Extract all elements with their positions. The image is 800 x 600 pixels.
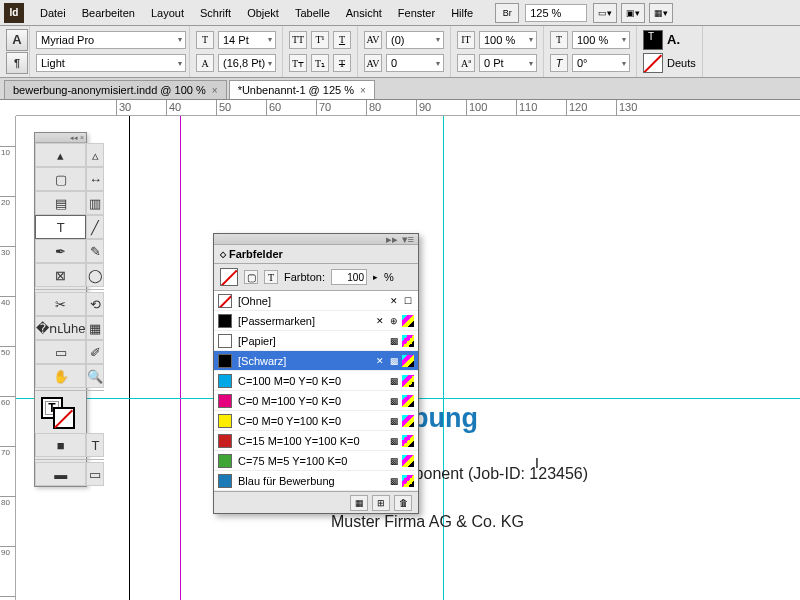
kerning-input[interactable]: (0): [386, 31, 444, 49]
container-toggle[interactable]: ▢: [244, 270, 258, 284]
swatch-row[interactable]: Blau für Bewerbung▩: [214, 471, 418, 491]
language-dropdown[interactable]: Deuts: [667, 57, 696, 69]
gradient-swatch-tool[interactable]: �ունhe: [35, 316, 86, 340]
content-collector-tool[interactable]: ▤: [35, 191, 86, 215]
leading-input[interactable]: (16,8 Pt): [218, 54, 276, 72]
stroke-color-swatch[interactable]: [643, 53, 663, 73]
superscript-button[interactable]: T¹: [311, 31, 329, 49]
baseline-icon: Aª: [457, 54, 475, 72]
view-options-icon[interactable]: ▭▾: [593, 3, 617, 23]
swatch-name: C=100 M=0 Y=0 K=0: [238, 375, 382, 387]
swatch-name: C=0 M=100 Y=0 K=0: [238, 395, 382, 407]
bridge-icon[interactable]: Br: [495, 3, 519, 23]
cmyk-icon: [402, 335, 414, 347]
normal-view-button[interactable]: ▬: [35, 462, 86, 486]
font-size-input[interactable]: 14 Pt: [218, 31, 276, 49]
vertical-ruler[interactable]: 10 20 30 40 50 60 70 80 90 00: [0, 116, 16, 600]
menu-objekt[interactable]: Objekt: [239, 7, 287, 19]
menu-fenster[interactable]: Fenster: [390, 7, 443, 19]
font-family-dropdown[interactable]: Myriad Pro: [36, 31, 186, 49]
tab-0[interactable]: bewerbung-anonymisiert.indd @ 100 %×: [4, 80, 227, 99]
line-tool[interactable]: ╱: [86, 215, 104, 239]
tint-input[interactable]: [331, 269, 367, 285]
menu-hilfe[interactable]: Hilfe: [443, 7, 481, 19]
smallcaps-button[interactable]: Tᴛ: [289, 54, 307, 72]
paragraph-mode-button[interactable]: ¶: [6, 52, 28, 74]
eyedropper-tool[interactable]: ✐: [86, 340, 104, 364]
vscale-input[interactable]: 100 %: [479, 31, 537, 49]
zoom-level[interactable]: 125 %: [525, 4, 587, 22]
allcaps-button[interactable]: TT: [289, 31, 307, 49]
menu-layout[interactable]: Layout: [143, 7, 192, 19]
skew-input[interactable]: 0°: [572, 54, 630, 72]
screen-mode-icon[interactable]: ▣▾: [621, 3, 645, 23]
swatch-name: [Ohne]: [238, 295, 382, 307]
color-mode-icon: ▩: [388, 335, 400, 347]
new-swatch-button[interactable]: ▦: [350, 495, 368, 511]
rectangle-tool[interactable]: ◯: [86, 263, 104, 287]
hand-tool[interactable]: ✋: [35, 364, 86, 388]
swatch-row[interactable]: C=0 M=0 Y=100 K=0▩: [214, 411, 418, 431]
pen-tool[interactable]: ✒: [35, 239, 86, 263]
swatch-chip: [218, 474, 232, 488]
close-icon[interactable]: ×: [360, 85, 366, 96]
swatch-row[interactable]: [Passermarken]✕⊕: [214, 311, 418, 331]
arrange-icon[interactable]: ▦▾: [649, 3, 673, 23]
panel-grip[interactable]: ◂◂ ×: [35, 133, 86, 143]
panel-header[interactable]: ▸▸▾≡: [214, 234, 418, 245]
fill-stroke-swatch[interactable]: T: [35, 393, 104, 433]
gradient-feather-tool[interactable]: ▦: [86, 316, 104, 340]
tools-panel[interactable]: ◂◂ × ▴ ▵ ▢ ↔ ▤ ▥ T ╱ ✒ ✎ ⊠ ◯ ✂ ⟲ �ունhe …: [34, 132, 87, 487]
menu-ansicht[interactable]: Ansicht: [338, 7, 390, 19]
control-bar: A ¶ Myriad Pro Light T14 Pt A(16,8 Pt) T…: [0, 26, 800, 78]
horizontal-ruler[interactable]: 30 40 50 60 70 80 90 100 110 120 130: [16, 100, 800, 116]
pencil-tool[interactable]: ✎: [86, 239, 104, 263]
strikethrough-button[interactable]: T: [333, 54, 351, 72]
scissors-tool[interactable]: ✂: [35, 292, 86, 316]
tab-1[interactable]: *Unbenannt-1 @ 125 %×: [229, 80, 375, 99]
selection-tool[interactable]: ▴: [35, 143, 86, 167]
new-swatch-button[interactable]: ⊞: [372, 495, 390, 511]
character-mode-button[interactable]: A: [6, 29, 28, 51]
text-toggle[interactable]: T: [264, 270, 278, 284]
free-transform-tool[interactable]: ⟲: [86, 292, 104, 316]
baseline-input[interactable]: 0 Pt: [479, 54, 537, 72]
apply-color-button[interactable]: ■: [35, 433, 86, 457]
fill-proxy[interactable]: T: [220, 268, 238, 286]
swatch-row[interactable]: [Ohne]✕☐: [214, 291, 418, 311]
direct-selection-tool[interactable]: ▵: [86, 143, 104, 167]
swatch-list[interactable]: [Ohne]✕☐[Passermarken]✕⊕[Papier]▩[Schwar…: [214, 291, 418, 491]
page-tool[interactable]: ▢: [35, 167, 86, 191]
swatches-tab[interactable]: ◇Farbfelder: [214, 245, 418, 264]
subscript-button[interactable]: T₁: [311, 54, 329, 72]
swatch-row[interactable]: C=0 M=100 Y=0 K=0▩: [214, 391, 418, 411]
menu-tabelle[interactable]: Tabelle: [287, 7, 338, 19]
type-tool[interactable]: T: [35, 215, 86, 239]
preview-view-button[interactable]: ▭: [86, 462, 104, 486]
zoom-tool[interactable]: 🔍: [86, 364, 104, 388]
gap-tool[interactable]: ↔: [86, 167, 104, 191]
note-tool[interactable]: ▭: [35, 340, 86, 364]
menu-bearbeiten[interactable]: Bearbeiten: [74, 7, 143, 19]
hscale-input[interactable]: 100 %: [572, 31, 630, 49]
content-placer-tool[interactable]: ▥: [86, 191, 104, 215]
apply-text-button[interactable]: T: [86, 433, 104, 457]
tracking-input[interactable]: 0: [386, 54, 444, 72]
delete-swatch-button[interactable]: 🗑: [394, 495, 412, 511]
tracking-icon: AV: [364, 54, 382, 72]
fill-color-swatch[interactable]: T: [643, 30, 663, 50]
swatch-row[interactable]: C=100 M=0 Y=0 K=0▩: [214, 371, 418, 391]
rectangle-frame-tool[interactable]: ⊠: [35, 263, 86, 287]
swatch-chip: [218, 354, 232, 368]
underline-button[interactable]: T: [333, 31, 351, 49]
swatches-panel[interactable]: ▸▸▾≡ ◇Farbfelder T ▢ T Farbton: ▸ % [Ohn…: [213, 233, 419, 514]
close-icon[interactable]: ×: [212, 85, 218, 96]
swatch-row[interactable]: C=15 M=100 Y=100 K=0▩: [214, 431, 418, 451]
swatch-row[interactable]: [Papier]▩: [214, 331, 418, 351]
swatch-badges: ✕⊕: [374, 315, 414, 327]
swatch-row[interactable]: C=75 M=5 Y=100 K=0▩: [214, 451, 418, 471]
font-style-dropdown[interactable]: Light: [36, 54, 186, 72]
menu-datei[interactable]: Datei: [32, 7, 74, 19]
swatch-row[interactable]: [Schwarz]✕▩: [214, 351, 418, 371]
menu-schrift[interactable]: Schrift: [192, 7, 239, 19]
